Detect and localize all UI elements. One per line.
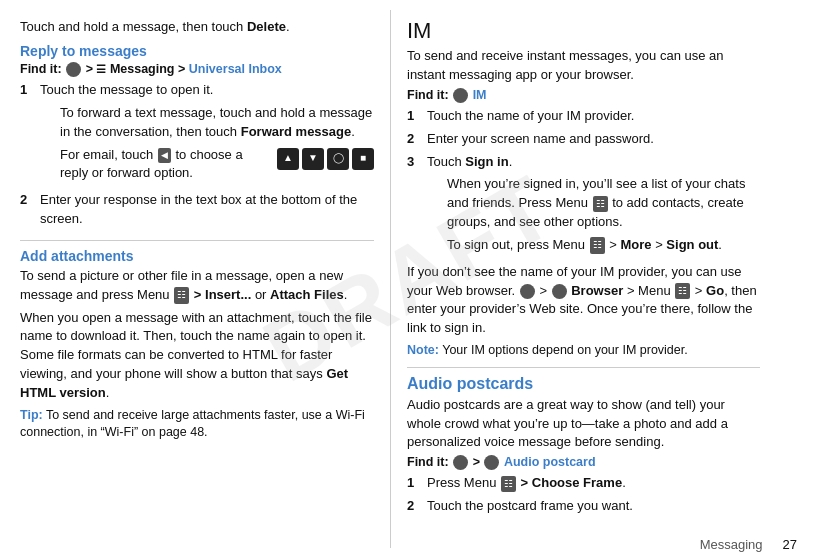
left-column: Touch and hold a message, then touch Del…: [0, 10, 390, 548]
im-step-3: 3 Touch Sign in. When you’re signed in, …: [407, 153, 760, 259]
reply-step-1: 1 Touch the message to open it. To forwa…: [20, 81, 374, 187]
im-step-2: 2 Enter your screen name and password.: [407, 130, 760, 149]
im-icon: [453, 88, 468, 103]
im-step-1: 1 Touch the name of your IM provider.: [407, 107, 760, 126]
im-intro: To send and receive instant messages, yo…: [407, 47, 760, 85]
intro-text: Touch and hold a message, then touch Del…: [20, 18, 374, 37]
right-column: IM To send and receive instant messages,…: [390, 10, 780, 548]
email-tip: For email, touch ◀ to choose a reply or …: [60, 146, 374, 184]
audio-icon: [484, 455, 499, 470]
audio-steps: 1 Press Menu ☷ > Choose Frame. 2 Touch t…: [407, 474, 760, 516]
reply-steps: 1 Touch the message to open it. To forwa…: [20, 81, 374, 233]
forward-tip: To forward a text message, touch and hol…: [60, 104, 374, 142]
menu-icon-2: ☷: [593, 196, 608, 213]
note-text: Note: Your IM options depend on your IM …: [407, 342, 760, 360]
audio-heading: Audio postcards: [407, 375, 760, 393]
browser-icon: [552, 284, 567, 299]
im-heading: IM: [407, 18, 760, 44]
camera-icon-2: [453, 455, 468, 470]
audio-step-1: 1 Press Menu ☷ > Choose Frame.: [407, 474, 760, 493]
page-container: Touch and hold a message, then touch Del…: [0, 0, 817, 558]
divider-1: [20, 240, 374, 241]
find-it-im: Find it: IM: [407, 88, 760, 103]
menu-icon-4: ☷: [675, 283, 690, 300]
add-text-1: To send a picture or other file in a mes…: [20, 267, 374, 305]
square-btn[interactable]: ■: [352, 148, 374, 170]
footer: Messaging 27: [700, 537, 797, 552]
menu-icon-5: ☷: [501, 476, 516, 493]
circle-btn[interactable]: ◯: [327, 148, 349, 170]
provider-text: If you don’t see the name of your IM pro…: [407, 263, 760, 338]
footer-section: Messaging: [700, 537, 763, 552]
im-steps: 1 Touch the name of your IM provider. 2 …: [407, 107, 760, 259]
add-attachments-heading: Add attachments: [20, 248, 374, 264]
arrow-up-btn[interactable]: ▲: [277, 148, 299, 170]
audio-intro: Audio postcards are a great way to show …: [407, 396, 760, 453]
camera-icon: [66, 62, 81, 77]
divider-2: [407, 367, 760, 368]
add-text-2: When you open a message with an attachme…: [20, 309, 374, 403]
find-it-audio: Find it: > Audio postcard: [407, 455, 760, 470]
sign-out-note: To sign out, press Menu ☷ > More > Sign …: [447, 236, 760, 255]
reply-step-2: 2 Enter your response in the text box at…: [20, 191, 374, 233]
browser-icon-circle: [520, 284, 535, 299]
messaging-icon: ☰: [96, 63, 106, 75]
menu-icon-3: ☷: [590, 237, 605, 254]
reply-icon: ◀: [158, 148, 171, 163]
find-it-reply: Find it: > ☰ Messaging > Universal Inbox: [20, 62, 374, 77]
tip-text: Tip: To send and receive large attachmen…: [20, 407, 374, 442]
arrow-down-btn[interactable]: ▼: [302, 148, 324, 170]
menu-icon-1: ☷: [174, 287, 189, 304]
audio-step-2: 2 Touch the postcard frame you want.: [407, 497, 760, 516]
footer-page: 27: [783, 537, 797, 552]
reply-heading: Reply to messages: [20, 43, 374, 59]
signed-in-note: When you’re signed in, you’ll see a list…: [447, 175, 760, 232]
